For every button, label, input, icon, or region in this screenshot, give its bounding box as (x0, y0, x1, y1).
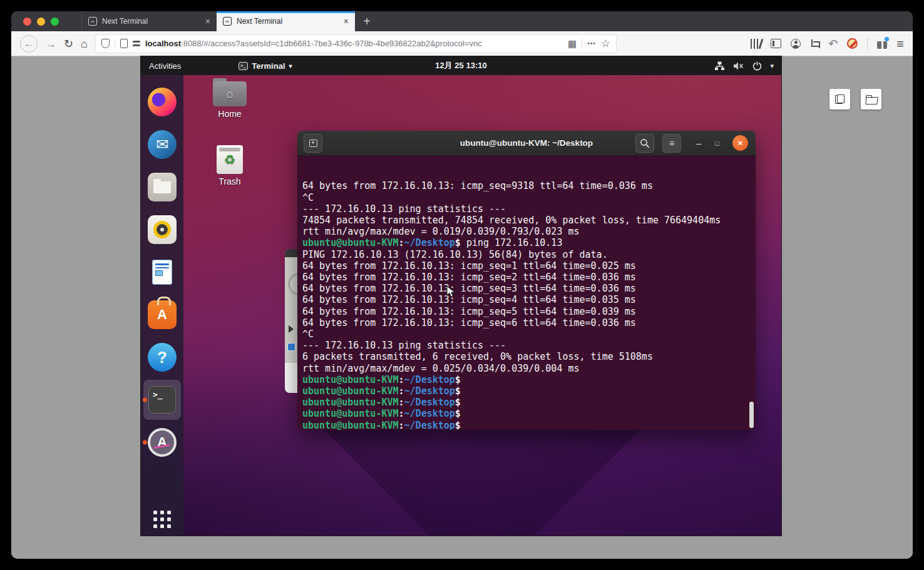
open-folder-icon (866, 95, 876, 103)
browser-tab-bar: ‹› Next Terminal × ‹› Next Terminal × + (11, 11, 913, 31)
back-icon: ← (24, 38, 34, 49)
dock-item-thunderbird[interactable]: ✉ (141, 123, 183, 166)
undo-arrow-icon[interactable]: ↶ (828, 38, 838, 49)
page-info-icon[interactable] (120, 39, 128, 48)
tab-close-icon[interactable]: × (344, 16, 349, 26)
site-permissions-icon[interactable] (133, 41, 140, 46)
terminal-line: ubuntu@ubuntu-KVM:~/Desktop$ (302, 374, 751, 385)
browser-window: ‹› Next Terminal × ‹› Next Terminal × + … (11, 11, 913, 559)
background-window-circle (288, 273, 297, 295)
clock-label[interactable]: 12月 25 13:10 (435, 60, 486, 71)
divider (582, 38, 582, 49)
file-manager-floating-button[interactable] (861, 89, 881, 109)
firefox-icon (148, 88, 177, 116)
hamburger-menu-icon[interactable]: ≡ (896, 38, 904, 50)
muted-speaker-icon (733, 61, 744, 71)
macos-zoom-button[interactable] (51, 18, 59, 26)
terminal-line: 64 bytes from 172.16.10.13: icmp_seq=931… (302, 180, 751, 191)
reload-button[interactable]: ↻ (64, 38, 73, 49)
close-icon: × (738, 138, 743, 148)
app-menu-label: Terminal (252, 61, 285, 71)
terminal-minimize-button[interactable]: – (696, 138, 701, 148)
terminal-close-button[interactable]: × (732, 135, 748, 151)
bookmark-star-icon[interactable]: ☆ (601, 38, 610, 49)
terminal-menu-button[interactable]: ≡ (662, 134, 681, 153)
dock-item-help[interactable]: ? (141, 336, 183, 379)
terminal-titlebar[interactable]: ubuntu@ubuntu-KVM: ~/Desktop + ≡ – □ × (297, 131, 756, 156)
app-menu-terminal[interactable]: >_ Terminal ▾ (239, 61, 292, 71)
gift-whatsnew-icon[interactable] (877, 39, 887, 49)
vnc-remote-desktop[interactable]: Activities >_ Terminal ▾ 12月 25 13:10 ▾ … (141, 56, 781, 536)
terminal-maximize-button[interactable]: □ (715, 140, 719, 147)
clipboard-floating-button[interactable] (829, 89, 850, 109)
terminal-line: 74854 packets transmitted, 74854 receive… (302, 215, 751, 226)
macos-window-controls (11, 11, 81, 31)
app-a-glyph: A (157, 434, 167, 450)
terminal-line: ^C (302, 192, 751, 203)
tab-next-terminal-2[interactable]: ‹› Next Terminal × (217, 11, 355, 31)
browser-content: Activities >_ Terminal ▾ 12月 25 13:10 ▾ … (11, 56, 913, 559)
dock-item-files[interactable] (141, 166, 183, 208)
search-icon (640, 138, 650, 148)
desktop-icon-trash[interactable]: ♻ Trash (207, 145, 252, 186)
desktop-icon-home[interactable]: ⌂ Home (207, 81, 252, 119)
show-applications-button[interactable] (153, 511, 171, 528)
macos-close-button[interactable] (23, 18, 31, 26)
system-tray[interactable]: ▾ (714, 61, 774, 71)
tab-close-icon[interactable]: × (205, 16, 210, 26)
network-icon (714, 61, 725, 71)
terminal-line: 64 bytes from 172.16.10.13: icmp_seq=4 t… (302, 294, 751, 305)
background-window-sliver[interactable] (285, 249, 297, 393)
home-button[interactable]: ⌂ (81, 38, 88, 49)
terminal-line: PING 172.16.10.13 (172.16.10.13) 56(84) … (302, 249, 751, 260)
home-folder-icon: ⌂ (213, 81, 247, 106)
macos-minimize-button[interactable] (37, 18, 45, 26)
dock-item-libreoffice-writer[interactable] (141, 251, 183, 293)
ubuntu-software-icon: A (148, 300, 177, 329)
dock-item-app-a[interactable]: A (141, 421, 183, 464)
back-button[interactable]: ← (20, 35, 38, 53)
new-tab-button[interactable]: + (355, 11, 379, 31)
terminal-new-tab-button[interactable]: + (304, 134, 322, 153)
terminal-scrollbar[interactable] (749, 402, 754, 428)
libreoffice-writer-icon (148, 258, 177, 287)
dock-item-firefox[interactable] (141, 81, 183, 123)
terminal-line: 64 bytes from 172.16.10.13: icmp_seq=1 t… (302, 260, 751, 272)
terminal-line: 64 bytes from 172.16.10.13: icmp_seq=2 t… (302, 272, 751, 283)
background-window-badge-icon (287, 343, 295, 351)
sidebar-toggle-icon[interactable] (771, 39, 781, 48)
terminal-line: ubuntu@ubuntu-KVM:~/Desktop$ (302, 385, 751, 397)
next-terminal-favicon-icon: ‹› (88, 17, 97, 26)
url-host: localhost (145, 39, 181, 48)
terminal-line: ubuntu@ubuntu-KVM:~/Desktop$ ping 172.16… (302, 237, 751, 248)
activities-button[interactable]: Activities (149, 61, 181, 71)
account-icon[interactable] (791, 39, 801, 49)
library-icon[interactable] (751, 39, 762, 49)
desktop-icon-label: Trash (218, 176, 240, 186)
terminal-line: 64 bytes from 172.16.10.13: icmp_seq=6 t… (302, 317, 751, 328)
qr-scan-icon[interactable]: ▦ (568, 38, 577, 49)
address-bar[interactable]: localhost:8088/#/access?assetsId=c1db668… (95, 34, 617, 53)
terminal-lines: 64 bytes from 172.16.10.13: icmp_seq=931… (302, 180, 751, 430)
terminal-titlebar-controls: ≡ – □ × (635, 134, 748, 153)
mouse-cursor (446, 285, 455, 298)
screenshot-crop-icon[interactable] (810, 39, 819, 48)
terminal-line: rtt min/avg/max/mdev = 0.019/0.039/0.793… (302, 226, 751, 237)
url-text[interactable]: localhost:8088/#/access?assetsId=c1db668… (145, 39, 563, 48)
thunderbird-icon: ✉ (148, 130, 177, 159)
forward-button[interactable]: → (45, 38, 56, 49)
dock-item-ubuntu-software[interactable]: A (141, 293, 183, 336)
tab-next-terminal-1[interactable]: ‹› Next Terminal × (81, 11, 217, 31)
background-window-titlebar (285, 249, 297, 257)
dock-item-terminal[interactable]: >_ (141, 379, 183, 421)
divider (867, 38, 868, 50)
terminal-output[interactable]: 64 bytes from 172.16.10.13: icmp_seq=931… (297, 156, 756, 430)
dock-item-rhythmbox[interactable] (141, 208, 183, 251)
question-glyph: ? (157, 348, 167, 367)
page-actions-icon[interactable]: ••• (587, 41, 596, 47)
terminal-window[interactable]: ubuntu@ubuntu-KVM: ~/Desktop + ≡ – □ × 6… (297, 131, 756, 430)
blocked-content-icon[interactable] (847, 38, 858, 49)
gnome-top-bar: Activities >_ Terminal ▾ 12月 25 13:10 ▾ (141, 56, 781, 75)
terminal-search-button[interactable] (635, 134, 654, 153)
tracking-protection-shield-icon[interactable] (101, 39, 110, 48)
